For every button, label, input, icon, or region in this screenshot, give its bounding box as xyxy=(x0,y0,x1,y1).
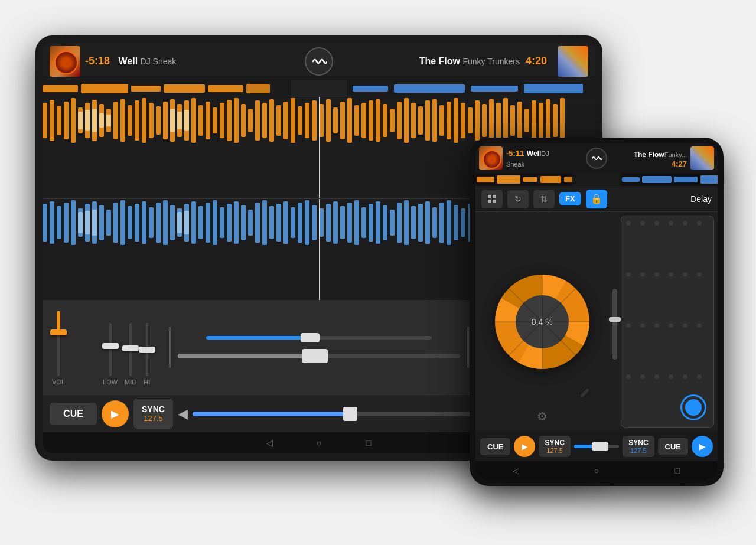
svg-rect-33 xyxy=(206,102,210,139)
svg-rect-75 xyxy=(503,98,508,143)
svg-rect-1 xyxy=(81,84,128,93)
fx-button[interactable]: FX xyxy=(559,192,581,205)
svg-rect-120 xyxy=(241,205,246,240)
svg-rect-151 xyxy=(461,208,465,237)
phone-play-button-left[interactable]: ▶ xyxy=(514,436,535,457)
phone-play-button-right[interactable]: ▶ xyxy=(692,436,713,457)
phone-sync-button-left[interactable]: SYNC 127.5 xyxy=(539,436,570,457)
delay-label: Delay xyxy=(612,194,712,204)
vol-fader-left[interactable]: VOL xyxy=(52,309,65,386)
phone-device: -5:11 WellDJ Sneak The FlowFunky... 4:27 xyxy=(470,138,724,486)
svg-rect-119 xyxy=(234,201,239,244)
tempo-slider[interactable] xyxy=(206,336,432,340)
phone-back-nav[interactable]: ◁ xyxy=(509,464,523,478)
phone-cf-handle[interactable] xyxy=(592,442,608,451)
mixer-button[interactable]: ⇅ xyxy=(533,190,555,208)
mid-fader-left[interactable]: MID xyxy=(125,309,136,386)
crossfader-area[interactable] xyxy=(157,327,481,368)
turntable[interactable]: 0.4 % xyxy=(495,275,589,369)
time-left: -5:18 xyxy=(85,55,110,67)
svg-rect-127 xyxy=(291,207,295,238)
svg-rect-2 xyxy=(131,86,161,92)
svg-rect-44 xyxy=(284,102,288,139)
phone-track-left: -5:11 WellDJ Sneak xyxy=(475,146,572,170)
fx-dot-13 xyxy=(640,323,645,328)
phone-pitch-fader[interactable] xyxy=(612,289,617,360)
svg-rect-71 xyxy=(475,100,480,141)
svg-rect-81 xyxy=(546,99,550,142)
phone-album-right xyxy=(690,146,714,170)
back-button-tablet[interactable]: ◀ xyxy=(178,406,188,422)
back-nav-icon[interactable]: ◁ xyxy=(262,436,276,450)
crossfader-handle[interactable] xyxy=(302,349,328,363)
recents-nav-icon[interactable]: □ xyxy=(361,436,376,450)
grid-button[interactable] xyxy=(481,190,503,208)
svg-rect-57 xyxy=(376,99,380,142)
svg-rect-48 xyxy=(312,100,317,141)
svg-rect-136 xyxy=(354,200,359,245)
phone-sync-button-right[interactable]: SYNC 127.5 xyxy=(623,436,654,457)
svg-rect-77 xyxy=(517,102,522,139)
logo-wave-icon xyxy=(311,53,327,70)
pitch-handle[interactable] xyxy=(343,407,357,421)
svg-rect-141 xyxy=(390,210,395,236)
lock-button[interactable]: 🔒 xyxy=(586,190,607,208)
svg-rect-171 xyxy=(477,177,494,182)
svg-rect-125 xyxy=(276,204,281,242)
tempo-handle[interactable] xyxy=(301,333,320,342)
svg-rect-13 xyxy=(64,102,69,139)
svg-rect-74 xyxy=(496,103,501,138)
svg-rect-11 xyxy=(50,100,54,141)
fx-dot-2 xyxy=(654,221,659,226)
svg-rect-126 xyxy=(284,201,288,244)
title-right: The Flow xyxy=(419,56,460,66)
svg-rect-70 xyxy=(468,107,472,133)
cue-button-tablet[interactable]: CUE xyxy=(50,403,97,425)
svg-rect-88 xyxy=(106,115,111,126)
svg-rect-148 xyxy=(439,203,444,243)
svg-rect-84 xyxy=(78,112,83,129)
low-fader-left[interactable]: LOW xyxy=(103,309,118,386)
svg-rect-38 xyxy=(241,104,246,137)
svg-rect-76 xyxy=(510,105,515,136)
phone-crossfader[interactable] xyxy=(574,445,619,448)
svg-rect-23 xyxy=(135,100,139,141)
phone-mini-wave-right xyxy=(621,173,718,186)
phone-home-nav[interactable]: ○ xyxy=(589,464,604,478)
svg-rect-60 xyxy=(397,102,402,139)
phone-recents-nav[interactable]: □ xyxy=(670,464,685,478)
home-nav-icon[interactable]: ○ xyxy=(312,436,326,450)
tablet-track-right: The Flow Funky Trunkers 4:20 xyxy=(347,46,595,77)
svg-rect-58 xyxy=(383,104,387,137)
fx-circle-button[interactable] xyxy=(680,394,706,420)
phone-cf-line xyxy=(574,445,594,448)
hi-fader-left[interactable]: HI xyxy=(144,309,150,386)
phone-cue-button-right[interactable]: CUE xyxy=(658,438,688,455)
svg-rect-170 xyxy=(184,211,189,234)
play-button-tablet[interactable]: ▶ xyxy=(102,400,129,427)
phone-cue-button-left[interactable]: CUE xyxy=(480,438,510,455)
svg-rect-104 xyxy=(128,206,132,239)
svg-rect-5 xyxy=(246,84,270,93)
fx-dot-7 xyxy=(640,272,645,277)
phone-logo-center xyxy=(572,148,621,169)
svg-rect-182 xyxy=(488,200,491,203)
svg-rect-90 xyxy=(177,112,182,129)
loop-button[interactable]: ↻ xyxy=(507,190,529,208)
phone-pitch-handle[interactable] xyxy=(609,317,621,322)
mini-wave-left xyxy=(43,80,291,97)
grid-icon xyxy=(487,194,497,204)
crossfader-track[interactable] xyxy=(178,354,460,358)
sync-button-tablet[interactable]: SYNC 127.5 xyxy=(133,399,173,429)
fx-button-inner xyxy=(685,399,702,416)
svg-rect-37 xyxy=(234,98,239,143)
svg-rect-130 xyxy=(312,205,317,240)
fx-dot-18 xyxy=(626,374,631,379)
svg-rect-14 xyxy=(71,98,76,143)
fx-dot-21 xyxy=(669,374,673,379)
settings-gear-icon[interactable]: ⚙ xyxy=(537,409,548,423)
svg-rect-39 xyxy=(248,109,253,132)
svg-rect-62 xyxy=(411,103,416,138)
svg-rect-149 xyxy=(447,200,451,245)
svg-rect-43 xyxy=(276,105,281,136)
